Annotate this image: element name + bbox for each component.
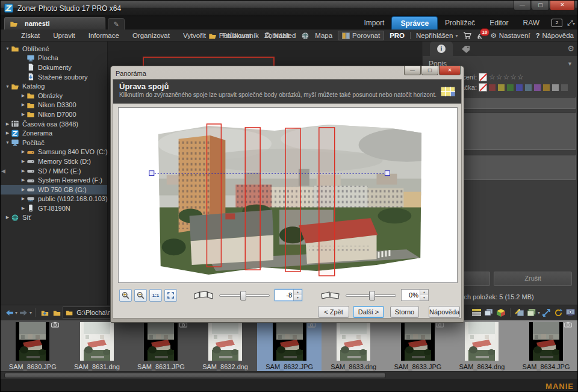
panel-collapse-arrow[interactable]: ◀ — [1, 168, 5, 174]
tree-item-nikon-d3300[interactable]: ▶Nikon D3300 — [1, 101, 107, 110]
filmstrip-item-selected[interactable]: SAM_8634.dng — [450, 320, 514, 371]
dlg-zoom-100-button[interactable]: 1:1 — [149, 289, 162, 302]
spin-up-icon[interactable]: ▲ — [420, 290, 428, 295]
rotation-slider[interactable] — [346, 290, 396, 300]
tree-item-sit[interactable]: ▶Síť — [1, 213, 107, 223]
rotate-icon[interactable] — [552, 307, 564, 318]
tree-item-drive-d[interactable]: ▶Memory Stick (D:) — [1, 157, 107, 166]
spin-down-icon[interactable]: ▼ — [420, 295, 428, 300]
tag-swatch[interactable] — [498, 84, 505, 91]
dialog-close-button[interactable]: ✕ — [439, 66, 461, 75]
tag-swatch[interactable] — [516, 84, 523, 91]
filmstrip-item-selected[interactable]: SAM_8633.dng — [322, 320, 386, 371]
tree-item-drive-f[interactable]: ▶System Reserved (F:) — [1, 175, 107, 185]
help-button[interactable]: ? Nápověda — [536, 32, 574, 39]
close-button[interactable]: ✕ — [550, 1, 575, 11]
seam-rectangle[interactable] — [285, 128, 300, 272]
tag-swatch[interactable] — [543, 84, 550, 91]
tree-item-dokumenty[interactable]: Dokumenty — [1, 63, 107, 72]
menu-informace[interactable]: Informace — [89, 32, 119, 39]
tree-item-oblibene[interactable]: ▼Oblíbené — [1, 44, 107, 54]
3d-view-icon[interactable] — [495, 307, 507, 318]
settings-button[interactable]: ⚙ Nastavení — [490, 31, 530, 40]
tree-item-obrazky[interactable]: ▶Obrázky — [1, 91, 107, 101]
tag-swatch[interactable] — [552, 84, 559, 91]
tree-item-drive-g[interactable]: ▶WD 750 GB (G:) — [1, 185, 107, 194]
seam-rectangle[interactable] — [245, 128, 260, 270]
filmstrip-item[interactable]: SAM_8630.JPG — [1, 320, 65, 371]
dlg-zoom-out-button[interactable] — [134, 289, 147, 302]
dlg-zoom-in-button[interactable] — [119, 289, 132, 302]
tab-spravce[interactable]: Správce — [391, 16, 438, 30]
wizard-cancel-button[interactable]: Storno — [390, 306, 419, 318]
tree-item-nikon-d7000[interactable]: ▶Nikon D7000 — [1, 110, 107, 119]
dialog-minimize-button[interactable]: — — [404, 66, 421, 75]
rotation-input[interactable] — [402, 290, 420, 300]
history-back-button[interactable] — [3, 307, 15, 318]
apply-button[interactable] — [461, 272, 490, 286]
dialog-maximize-button[interactable]: ▢ — [421, 66, 438, 75]
cancel-panel-button[interactable]: Zrušit — [494, 272, 572, 286]
spin-up-icon[interactable]: ▲ — [294, 290, 302, 295]
tree-item-drive-c[interactable]: ▶Samsung 840 EVO (C:) — [1, 148, 107, 157]
rotation-slider-thumb[interactable] — [369, 291, 375, 300]
menu-vytvorit[interactable]: Vytvořit — [183, 32, 206, 39]
resize-icon[interactable] — [540, 307, 552, 318]
folder-tab[interactable]: namesti — [4, 17, 105, 30]
scrollbar-thumb[interactable] — [4, 373, 386, 378]
screen-capture-icon[interactable] — [564, 307, 576, 318]
menu-organizovat[interactable]: Organizovat — [132, 32, 170, 39]
cart-icon[interactable] — [463, 32, 471, 39]
wizard-back-button[interactable]: < Zpět — [318, 306, 349, 318]
menu-ziskat[interactable]: Získat — [21, 32, 40, 39]
dialog-titlebar[interactable]: Panoráma — ▢ ✕ — [113, 67, 462, 79]
tab-prohlizec[interactable]: Prohlížeč — [438, 17, 482, 29]
minimize-button[interactable]: — — [514, 1, 531, 11]
map-button[interactable]: Mapa — [301, 32, 332, 40]
explorer-button[interactable]: Průzkumník — [208, 32, 259, 40]
tab-editor[interactable]: Editor — [482, 17, 515, 29]
filmstrip-scrollbar[interactable] — [1, 371, 578, 379]
tab-raw[interactable]: RAW — [515, 17, 547, 29]
preview-button[interactable]: Náhled — [264, 32, 296, 39]
filmstrip-item[interactable]: SAM_8631.JPG — [129, 320, 193, 371]
window-titlebar[interactable]: Zoner Photo Studio 17 PRO x64 — ▢ ✕ — [1, 1, 578, 16]
perspective-slider-thumb[interactable] — [240, 291, 246, 300]
parent-folder-button[interactable] — [39, 307, 51, 318]
maximize-button[interactable]: ▢ — [532, 1, 549, 11]
filmstrip-item-selected[interactable]: SAM_8633.JPG — [386, 320, 450, 371]
perspective-input[interactable] — [275, 290, 293, 300]
account-menu[interactable]: Nepřihlášen ▾ — [416, 32, 458, 39]
tab-import[interactable]: Import — [356, 17, 391, 29]
batch-icon[interactable] — [526, 307, 538, 318]
compare-button[interactable]: Porovnat — [338, 31, 384, 40]
history-forward-button[interactable] — [17, 307, 30, 318]
seam-rectangle[interactable] — [319, 128, 335, 276]
horizon-handle-right[interactable] — [385, 171, 390, 176]
tag-swatch[interactable] — [507, 84, 514, 91]
new-tab-button[interactable]: ✎ — [108, 18, 125, 30]
wizard-help-button[interactable]: Nápověda — [429, 306, 460, 318]
dlg-zoom-fit-button[interactable] — [164, 289, 177, 302]
filmstrip-item[interactable]: SAM_8632.dng — [193, 320, 258, 371]
forward-history-caret[interactable]: ▾ — [30, 310, 32, 316]
quick-fix-icon[interactable] — [514, 307, 526, 318]
tree-item-zonerama[interactable]: ▶Zonerama — [1, 128, 107, 138]
wizard-next-button[interactable]: Další > — [353, 306, 384, 318]
tree-item-drive-k[interactable]: ▶public (\\192.168.0.103) (K:) — [1, 194, 107, 204]
tag-none-checkbox[interactable] — [479, 83, 487, 92]
tag-swatch[interactable] — [525, 84, 532, 91]
tag-swatch[interactable] — [561, 84, 568, 91]
rating-none-checkbox[interactable] — [479, 73, 487, 81]
panorama-preview[interactable] — [118, 107, 458, 283]
tree-item-katalog[interactable]: ▼Katalog — [1, 81, 107, 91]
browse-folder-button[interactable] — [51, 307, 63, 318]
duplicate-icon[interactable] — [483, 307, 495, 318]
filmstrip-item-selected[interactable]: SAM_8632.JPG — [257, 320, 322, 371]
panel-gear-icon[interactable]: ⚙ — [567, 44, 574, 53]
tag-icon[interactable] — [461, 45, 470, 53]
fullscreen-icon[interactable]: ⤢ ▾ — [567, 19, 574, 27]
view-thumbnails-icon[interactable] — [471, 307, 483, 318]
tag-swatch[interactable] — [534, 84, 541, 91]
tab-information[interactable]: i — [430, 42, 453, 56]
